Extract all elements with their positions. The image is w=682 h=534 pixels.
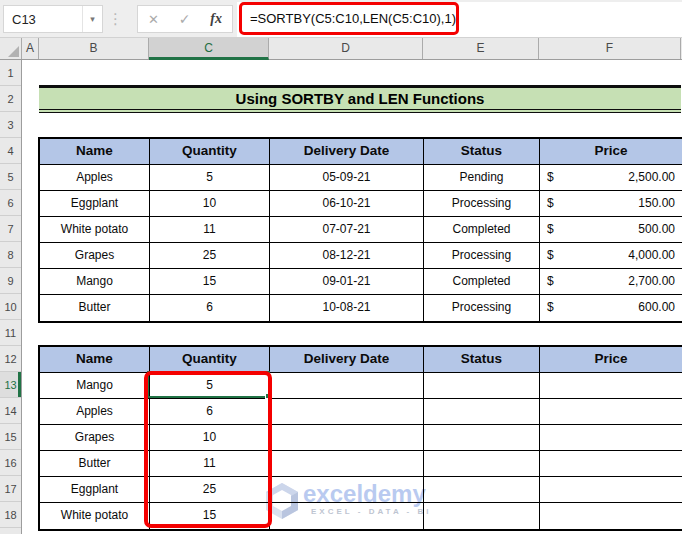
cell-date[interactable] (270, 503, 424, 529)
cell-price[interactable]: $500.00 (540, 217, 682, 243)
cell-name[interactable]: Mango (40, 373, 150, 399)
row-header-16[interactable]: 16 (0, 450, 21, 476)
cell-price[interactable]: $4,000.00 (540, 243, 682, 269)
row-header-17[interactable]: 17 (0, 476, 21, 502)
cell-status[interactable] (424, 503, 540, 529)
row-header-8[interactable]: 8 (0, 242, 21, 268)
cell-price[interactable] (540, 477, 682, 503)
currency-symbol: $ (547, 217, 554, 242)
cell-name[interactable]: Apples (40, 399, 150, 425)
cell-quantity[interactable]: 6 (150, 295, 270, 321)
row-header-6[interactable]: 6 (0, 190, 21, 216)
cell-quantity[interactable]: 5 (150, 165, 270, 191)
cell-status[interactable]: Completed (424, 269, 540, 295)
row-header-10[interactable]: 10 (0, 294, 21, 320)
cell-status[interactable] (424, 425, 540, 451)
column-header-F[interactable]: F (539, 38, 681, 59)
name-box[interactable]: C13 ▾ (3, 5, 103, 33)
cell-status[interactable] (424, 399, 540, 425)
cell-date[interactable]: 09-01-21 (270, 269, 424, 295)
cell-date[interactable]: 05-09-21 (270, 165, 424, 191)
cell-quantity[interactable]: 15 (150, 269, 270, 295)
cell-date[interactable] (270, 451, 424, 477)
cell-price[interactable]: $600.00 (540, 295, 682, 321)
column-header-cell[interactable]: Quantity (150, 139, 270, 165)
row-header-15[interactable]: 15 (0, 424, 21, 450)
row-header-14[interactable]: 14 (0, 398, 21, 424)
cell-date[interactable] (270, 399, 424, 425)
column-header-cell[interactable]: Price (540, 347, 682, 373)
row-header-18[interactable]: 18 (0, 502, 21, 528)
cell-status[interactable]: Processing (424, 191, 540, 217)
row-header-1[interactable]: 1 (0, 60, 21, 86)
cell-status[interactable] (424, 451, 540, 477)
row-header-11[interactable]: 11 (0, 320, 21, 346)
column-header-cell[interactable]: Status (424, 347, 540, 373)
cell-quantity[interactable]: 11 (150, 217, 270, 243)
title-banner[interactable]: Using SORTBY and LEN Functions (39, 85, 681, 113)
cell-price[interactable] (540, 503, 682, 529)
select-all-corner[interactable] (0, 38, 22, 59)
cell-date[interactable]: 08-12-21 (270, 243, 424, 269)
column-header-B[interactable]: B (39, 38, 149, 59)
cell-status[interactable]: Processing (424, 295, 540, 321)
cell-name[interactable]: Butter (40, 451, 150, 477)
column-header-cell[interactable]: Delivery Date (270, 139, 424, 165)
cell-status[interactable]: Processing (424, 243, 540, 269)
cell-quantity[interactable]: 10 (150, 191, 270, 217)
cell-name[interactable]: Grapes (40, 425, 150, 451)
currency-symbol: $ (547, 295, 554, 321)
row-header-2[interactable]: 2 (0, 86, 21, 112)
cell-status[interactable] (424, 373, 540, 399)
column-header-cell[interactable]: Price (540, 139, 682, 165)
cell-date[interactable]: 10-08-21 (270, 295, 424, 321)
enter-icon[interactable]: ✓ (179, 11, 191, 27)
cell-name[interactable]: Grapes (40, 243, 150, 269)
insert-function-icon[interactable]: fx (210, 11, 222, 27)
row-header-13[interactable]: 13 (0, 372, 21, 398)
column-header-cell[interactable]: Quantity (150, 347, 270, 373)
name-box-dropdown-icon[interactable]: ▾ (82, 6, 102, 32)
cell-name[interactable]: White potato (40, 217, 150, 243)
cell-date[interactable] (270, 425, 424, 451)
column-header-cell[interactable]: Name (40, 347, 150, 373)
cell-name[interactable]: Eggplant (40, 191, 150, 217)
cell-name[interactable]: Butter (40, 295, 150, 321)
select-all-icon (8, 46, 19, 57)
cell-price[interactable] (540, 451, 682, 477)
column-header-cell[interactable]: Name (40, 139, 150, 165)
row-header-9[interactable]: 9 (0, 268, 21, 294)
column-header-C[interactable]: C (149, 38, 269, 60)
cell-price[interactable] (540, 373, 682, 399)
row-header-4[interactable]: 4 (0, 138, 21, 164)
cell-status[interactable]: Completed (424, 217, 540, 243)
column-header-E[interactable]: E (423, 38, 539, 59)
formula-bar-separator: ⋮ (108, 8, 123, 30)
range-annotation-box (144, 371, 272, 528)
cell-date[interactable] (270, 477, 424, 503)
cell-price[interactable]: $2,500.00 (540, 165, 682, 191)
row-header-7[interactable]: 7 (0, 216, 21, 242)
cell-price[interactable] (540, 399, 682, 425)
cell-price[interactable]: $2,700.00 (540, 269, 682, 295)
cell-name[interactable]: Mango (40, 269, 150, 295)
cell-name[interactable]: Apples (40, 165, 150, 191)
cell-status[interactable]: Pending (424, 165, 540, 191)
cell-quantity[interactable]: 25 (150, 243, 270, 269)
cell-date[interactable]: 07-07-21 (270, 217, 424, 243)
column-header-cell[interactable]: Status (424, 139, 540, 165)
cell-name[interactable]: Eggplant (40, 477, 150, 503)
cell-date[interactable]: 06-10-21 (270, 191, 424, 217)
column-header-cell[interactable]: Delivery Date (270, 347, 424, 373)
cell-price[interactable] (540, 425, 682, 451)
column-header-D[interactable]: D (269, 38, 423, 59)
cell-price[interactable]: $150.00 (540, 191, 682, 217)
cell-status[interactable] (424, 477, 540, 503)
cancel-icon[interactable]: ✕ (148, 12, 159, 27)
row-header-5[interactable]: 5 (0, 164, 21, 190)
cell-name[interactable]: White potato (40, 503, 150, 529)
column-header-A[interactable]: A (22, 38, 39, 59)
row-header-12[interactable]: 12 (0, 346, 21, 372)
cell-date[interactable] (270, 373, 424, 399)
row-header-3[interactable]: 3 (0, 112, 21, 138)
